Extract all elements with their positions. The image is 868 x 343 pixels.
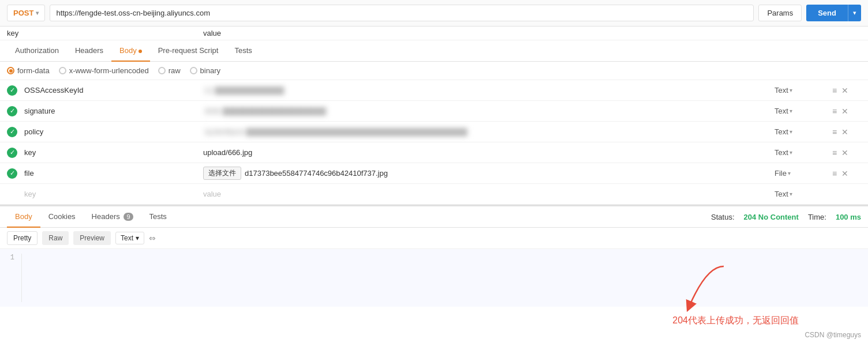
form-row-2: ✓ signature 8h8ir █████████████████████ … — [0, 101, 868, 122]
delete-icon-2[interactable]: ✕ — [841, 107, 848, 116]
tab-tests[interactable]: Tests — [226, 40, 260, 62]
value-header: value — [203, 29, 861, 37]
type-col-empty[interactable]: Text ▾ — [775, 190, 832, 198]
check-col-1[interactable]: ✓ — [7, 85, 24, 96]
val-blurred-3: eyJleHBpcm █████████████████████████████… — [203, 127, 469, 137]
key-field-5[interactable]: file — [24, 169, 203, 178]
val-field-4[interactable]: upload/666.jpg — [203, 148, 775, 157]
check-icon-2: ✓ — [7, 106, 17, 116]
type-col-2[interactable]: Text ▾ — [775, 107, 832, 115]
tab-headers[interactable]: Headers — [67, 40, 111, 62]
val-field-1[interactable]: L1 ██████████████ — [203, 86, 775, 95]
radio-raw-dot — [158, 67, 166, 74]
url-bar: POST ▾ Params Send ▾ — [0, 0, 868, 27]
method-label: POST — [13, 9, 33, 17]
key-header: key — [7, 29, 203, 37]
form-row-5: ✓ file 选择文件 d17373bee5584774746c96b42410… — [0, 163, 868, 184]
key-field-2[interactable]: signature — [24, 107, 203, 115]
url-input[interactable] — [50, 5, 754, 21]
annotation-area: 204代表上传成功，无返回回值 CSDN @timeguys — [0, 307, 868, 341]
menu-icon-1[interactable]: ≡ — [832, 86, 837, 95]
actions-col-1: ≡ ✕ — [832, 86, 861, 95]
body-options-bar: form-data x-www-form-urlencoded raw bina… — [0, 62, 868, 80]
response-tabs-bar: Body Cookies Headers 9 Tests Status: 204… — [0, 206, 868, 228]
delete-icon-3[interactable]: ✕ — [841, 127, 848, 137]
body-active-dot — [139, 50, 142, 53]
check-icon-5: ✓ — [7, 168, 17, 179]
time-label: Time: — [808, 213, 826, 221]
menu-icon-2[interactable]: ≡ — [832, 107, 837, 116]
type-chevron-2: ▾ — [790, 108, 792, 114]
tab-body[interactable]: Body — [111, 40, 150, 62]
resp-tab-body[interactable]: Body — [7, 206, 40, 228]
type-col-3[interactable]: Text ▾ — [775, 127, 832, 136]
resp-tab-cookies[interactable]: Cookies — [40, 206, 84, 228]
type-chevron-empty: ▾ — [790, 191, 792, 197]
menu-icon-5[interactable]: ≡ — [832, 169, 837, 178]
headers-badge: 9 — [124, 213, 133, 221]
tab-authorization[interactable]: Authorization — [7, 40, 67, 62]
val-field-empty[interactable]: value — [203, 190, 775, 198]
send-chevron-button[interactable]: ▾ — [848, 5, 861, 21]
val-field-5[interactable]: 选择文件 d17373bee5584774746c96b42410f737.jp… — [203, 167, 775, 180]
radio-urlencoded-dot — [59, 67, 66, 74]
status-value: 204 No Content — [744, 213, 799, 221]
type-col-1[interactable]: Text ▾ — [775, 86, 832, 95]
check-icon-4: ✓ — [7, 148, 17, 158]
val-field-2[interactable]: 8h8ir █████████████████████ — [203, 107, 775, 116]
key-field-3[interactable]: policy — [24, 127, 203, 136]
form-row-4: ✓ key upload/666.jpg Text ▾ ≡ ✕ — [0, 142, 868, 163]
method-button[interactable]: POST ▾ — [7, 5, 45, 21]
form-row-1: ✓ OSSAccessKeyId L1 ██████████████ Text … — [0, 80, 868, 101]
check-col-2[interactable]: ✓ — [7, 106, 24, 116]
format-bar: Pretty Raw Preview Text ▾ ⇔ — [0, 228, 868, 249]
actions-col-3: ≡ ✕ — [832, 127, 861, 137]
delete-icon-5[interactable]: ✕ — [841, 169, 848, 178]
val-blurred-1: L1 ██████████████ — [203, 86, 286, 95]
check-col-4[interactable]: ✓ — [7, 148, 24, 158]
choose-file-button[interactable]: 选择文件 — [203, 167, 241, 180]
actions-col-4: ≡ ✕ — [832, 148, 861, 157]
check-col-3[interactable]: ✓ — [7, 127, 24, 137]
form-rows-container: ✓ OSSAccessKeyId L1 ██████████████ Text … — [0, 80, 868, 205]
type-chevron-3: ▾ — [790, 129, 792, 135]
send-button[interactable]: Send — [806, 5, 848, 21]
kv-header-row: key value — [0, 27, 868, 40]
type-chevron-5: ▾ — [788, 170, 791, 176]
radio-binary[interactable]: binary — [190, 66, 220, 75]
params-button[interactable]: Params — [758, 5, 802, 21]
tab-pre-request-script[interactable]: Pre-request Script — [150, 40, 227, 62]
response-section: Body Cookies Headers 9 Tests Status: 204… — [0, 205, 868, 341]
key-field-empty[interactable]: key — [24, 190, 203, 198]
status-label: Status: — [711, 213, 734, 221]
delete-icon-4[interactable]: ✕ — [841, 148, 848, 157]
status-info: Status: 204 No Content Time: 100 ms — [711, 213, 861, 221]
annotation-arrow-icon — [672, 261, 741, 318]
format-preview-button[interactable]: Preview — [73, 231, 111, 245]
type-chevron-4: ▾ — [790, 149, 792, 156]
format-type-select[interactable]: Text ▾ — [115, 232, 144, 244]
type-chevron-1: ▾ — [790, 87, 792, 93]
format-pretty-button[interactable]: Pretty — [7, 231, 38, 245]
radio-urlencoded[interactable]: x-www-form-urlencoded — [59, 66, 149, 75]
resp-tab-tests[interactable]: Tests — [141, 206, 175, 228]
val-field-3[interactable]: eyJleHBpcm █████████████████████████████… — [203, 127, 775, 137]
delete-icon-1[interactable]: ✕ — [841, 86, 848, 95]
form-row-3: ✓ policy eyJleHBpcm ████████████████████… — [0, 122, 868, 142]
key-field-4[interactable]: key — [24, 148, 203, 157]
method-chevron-icon: ▾ — [36, 10, 39, 16]
type-col-5[interactable]: File ▾ — [775, 169, 832, 178]
csdn-label: CSDN @timeguys — [805, 331, 861, 339]
key-field-1[interactable]: OSSAccessKeyId — [24, 86, 203, 95]
resp-tab-headers[interactable]: Headers 9 — [84, 206, 141, 228]
radio-raw[interactable]: raw — [158, 66, 181, 75]
wrap-icon[interactable]: ⇔ — [149, 233, 156, 243]
radio-form-data[interactable]: form-data — [7, 66, 50, 75]
actions-col-5: ≡ ✕ — [832, 169, 861, 178]
check-icon-3: ✓ — [7, 127, 17, 137]
menu-icon-4[interactable]: ≡ — [832, 148, 837, 157]
type-col-4[interactable]: Text ▾ — [775, 148, 832, 157]
menu-icon-3[interactable]: ≡ — [832, 127, 837, 137]
format-raw-button[interactable]: Raw — [42, 231, 69, 245]
check-col-5[interactable]: ✓ — [7, 168, 24, 179]
